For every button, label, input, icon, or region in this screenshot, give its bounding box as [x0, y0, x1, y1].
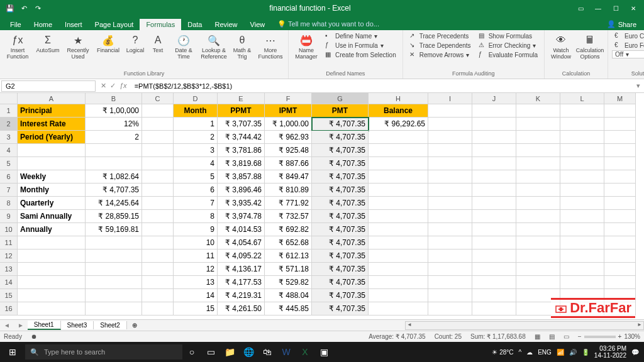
create-from-selection-button[interactable]: ▦Create from Selection — [323, 50, 399, 59]
view-layout-icon[interactable]: ▤ — [549, 333, 555, 340]
cell[interactable] — [369, 170, 428, 184]
battery-icon[interactable]: 🔋 — [582, 349, 589, 356]
zoom-level[interactable]: 130% — [624, 333, 640, 340]
cell[interactable] — [560, 210, 604, 223]
show-formulas-button[interactable]: ▤Show Formulas — [476, 31, 540, 40]
cell[interactable]: ₹ 4,707.35 — [312, 144, 369, 157]
cell[interactable] — [428, 276, 472, 289]
insert-function-button[interactable]: ƒxInsert Function — [4, 31, 31, 60]
minimize-icon[interactable]: — — [590, 1, 606, 15]
cell[interactable] — [560, 197, 604, 210]
row-header[interactable]: 14 — [0, 276, 18, 289]
cell[interactable]: 14 — [174, 289, 218, 302]
define-name-button[interactable]: ▪Define Name ▾ — [323, 31, 399, 40]
cell[interactable] — [142, 263, 174, 276]
expand-formula-icon[interactable]: ▾ — [633, 82, 644, 90]
calc-options-button[interactable]: 🖩Calculation Options — [576, 31, 604, 60]
cell[interactable] — [428, 289, 472, 302]
horizontal-scrollbar[interactable] — [405, 321, 644, 330]
trace-dependents-button[interactable]: ↘Trace Dependents — [407, 41, 474, 50]
cell[interactable] — [86, 144, 142, 157]
app-icon[interactable]: ▣ — [314, 343, 333, 361]
zoom-out-icon[interactable]: − — [578, 333, 582, 340]
cell[interactable]: ₹ 488.04 — [265, 289, 312, 302]
cell[interactable] — [516, 263, 560, 276]
cell[interactable] — [472, 144, 516, 157]
cell[interactable] — [516, 223, 560, 236]
cell[interactable] — [604, 144, 636, 157]
cell[interactable] — [18, 302, 86, 315]
zoom-slider[interactable] — [584, 336, 616, 338]
tab-pagelayout[interactable]: Page Layout — [89, 19, 140, 30]
cell[interactable] — [472, 184, 516, 197]
cell[interactable] — [472, 263, 516, 276]
cell[interactable] — [560, 157, 604, 170]
cell[interactable]: Monthly — [18, 184, 86, 197]
cell[interactable] — [369, 210, 428, 223]
col-header[interactable]: H — [369, 93, 428, 104]
clock[interactable]: 03:26 PM 14-11-2022 — [594, 345, 626, 359]
cell[interactable] — [472, 223, 516, 236]
sheet-tab[interactable]: Sheet2 — [94, 321, 127, 329]
cell[interactable] — [142, 250, 174, 263]
cell[interactable] — [604, 236, 636, 250]
cell[interactable]: 15 — [174, 302, 218, 315]
close-icon[interactable]: ✕ — [625, 1, 641, 15]
cell[interactable] — [142, 210, 174, 223]
cell[interactable] — [18, 144, 86, 157]
select-all-corner[interactable] — [0, 93, 18, 104]
cell[interactable] — [560, 104, 604, 118]
cell[interactable] — [472, 250, 516, 263]
cell[interactable] — [604, 210, 636, 223]
col-header[interactable]: A — [18, 93, 86, 104]
formula-input[interactable] — [132, 82, 633, 90]
cell[interactable]: PMT — [312, 104, 369, 118]
text-button[interactable]: AText — [148, 31, 167, 54]
taskview-icon[interactable]: ▭ — [201, 343, 220, 361]
cell[interactable] — [560, 276, 604, 289]
cell[interactable] — [472, 170, 516, 184]
sheet-nav-prev-icon[interactable]: ◄ — [0, 322, 14, 329]
col-header[interactable]: I — [428, 93, 472, 104]
cell[interactable]: ₹ 3,781.86 — [218, 144, 265, 157]
row-header[interactable]: 8 — [0, 197, 18, 210]
cortana-icon[interactable]: ○ — [182, 343, 201, 361]
row-header[interactable]: 9 — [0, 210, 18, 223]
cell[interactable]: 1 — [174, 118, 218, 131]
col-header[interactable]: F — [265, 93, 312, 104]
cell[interactable]: ₹ 4,707.35 — [86, 184, 142, 197]
cell[interactable] — [516, 170, 560, 184]
cell[interactable] — [516, 144, 560, 157]
save-icon[interactable]: 💾 — [5, 3, 15, 13]
cell[interactable] — [560, 131, 604, 144]
row-header[interactable]: 1 — [0, 104, 18, 118]
cell[interactable] — [86, 289, 142, 302]
cell[interactable] — [428, 210, 472, 223]
cell[interactable] — [142, 104, 174, 118]
cell[interactable] — [560, 263, 604, 276]
cell[interactable] — [604, 157, 636, 170]
cancel-icon[interactable]: ✕ — [101, 82, 106, 90]
lookup-button[interactable]: 🔍Lookup & Reference — [200, 31, 228, 60]
cell[interactable] — [142, 197, 174, 210]
cell[interactable]: ₹ 925.48 — [265, 144, 312, 157]
cell[interactable] — [428, 144, 472, 157]
cell[interactable] — [472, 131, 516, 144]
cell[interactable] — [369, 131, 428, 144]
cell[interactable]: 12% — [86, 118, 142, 131]
cell[interactable] — [142, 118, 174, 131]
zoom-in-icon[interactable]: + — [618, 333, 622, 340]
enter-icon[interactable]: ✓ — [110, 82, 116, 90]
cell[interactable] — [428, 302, 472, 315]
cell[interactable] — [516, 184, 560, 197]
cell[interactable]: 5 — [174, 170, 218, 184]
cell[interactable] — [142, 184, 174, 197]
cell[interactable] — [560, 223, 604, 236]
cell[interactable]: ₹ 4,707.35 — [312, 131, 369, 144]
cell[interactable]: ₹ 4,707.35 — [312, 263, 369, 276]
cell[interactable]: ₹ 849.47 — [265, 170, 312, 184]
cell[interactable] — [369, 289, 428, 302]
financial-button[interactable]: 💰Financial — [94, 31, 122, 54]
row-header[interactable]: 3 — [0, 131, 18, 144]
notifications-icon[interactable]: 💬 — [631, 349, 639, 356]
